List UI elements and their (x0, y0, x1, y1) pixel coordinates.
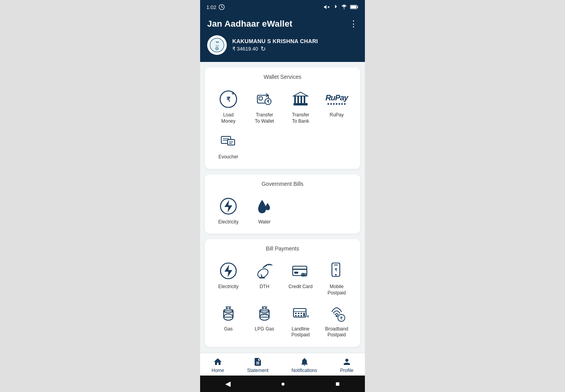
bp-broadband-item[interactable]: ₹ BroadbandPostpaid (319, 299, 355, 341)
bp-gas-icon (219, 304, 238, 323)
svg-rect-17 (259, 97, 262, 100)
svg-text:जन: जन (215, 41, 219, 44)
svg-point-48 (335, 274, 337, 276)
svg-rect-25 (293, 103, 308, 104)
svg-text:₹: ₹ (267, 100, 270, 104)
svg-rect-65 (295, 313, 297, 314)
app-header: Jan Aadhaar eWallet ⋮ (200, 14, 365, 35)
load-money-label: LoadMoney (221, 112, 235, 124)
evoucher-icon-box (218, 131, 239, 152)
notifications-icon (300, 357, 309, 367)
status-bar: 1:02 (200, 0, 365, 14)
bp-mobile-item[interactable]: ₹ MobilePostpaid (319, 257, 355, 299)
battery-icon (350, 4, 359, 10)
bp-dth-item[interactable]: DTH (246, 257, 282, 299)
gov-electricity-label: Electricity (218, 219, 238, 225)
bp-mobile-label: MobilePostpaid (328, 284, 346, 296)
wifi-icon (341, 4, 348, 10)
refresh-icon[interactable]: ↻ (261, 45, 266, 53)
svg-rect-67 (301, 313, 302, 314)
android-nav: ◀ ● ■ (200, 376, 365, 392)
status-time: 1:02 (206, 4, 216, 10)
svg-marker-36 (224, 265, 232, 277)
svg-rect-22 (297, 96, 299, 103)
avatar-logo: जन आधार (210, 38, 224, 53)
android-recents-icon[interactable]: ■ (335, 380, 340, 388)
home-icon (213, 357, 222, 367)
nav-statement[interactable]: Statement (247, 357, 269, 373)
bp-gas-icon-box (218, 303, 239, 324)
svg-text:₹: ₹ (307, 315, 309, 319)
transfer-bank-icon-box (290, 89, 311, 110)
bp-gas-item[interactable]: Gas (210, 299, 246, 341)
transfer-wallet-icon-box: ₹ (254, 89, 275, 110)
svg-rect-69 (298, 315, 299, 316)
gov-water-icon-box (254, 196, 275, 217)
bp-dth-icon (255, 261, 274, 280)
statement-icon (253, 357, 262, 367)
bp-lpggas-icon: LPG (255, 304, 274, 323)
bp-landline-icon-box: ₹ (290, 303, 311, 324)
bp-electricity-label: Electricity (218, 284, 238, 290)
transfer-wallet-icon: ₹ (255, 90, 274, 109)
rupay-label: RuPay (330, 112, 344, 118)
svg-rect-43 (294, 272, 298, 274)
bp-mobile-icon: ₹ (327, 261, 346, 280)
rupay-item[interactable]: RuPay ◆◆◆◆◆◆◆ RuPay (319, 85, 355, 127)
wallet-services-title: Wallet Services (210, 74, 355, 80)
nav-profile[interactable]: Profile (340, 357, 354, 373)
transfer-bank-item[interactable]: TransferTo Bank (282, 85, 319, 127)
mute-icon (323, 4, 330, 10)
transfer-wallet-item[interactable]: ₹ TransferTo Wallet (246, 85, 282, 127)
android-home-icon[interactable]: ● (281, 380, 285, 388)
gov-electricity-icon (219, 197, 238, 216)
bp-lpggas-label: LPG Gas (255, 326, 274, 332)
load-money-icon: ₹ + (219, 90, 238, 109)
svg-text:₹: ₹ (335, 268, 337, 272)
load-money-item[interactable]: ₹ + LoadMoney (210, 85, 246, 127)
menu-icon[interactable]: ⋮ (349, 19, 358, 29)
evoucher-item[interactable]: Evoucher (210, 127, 246, 163)
bp-landline-label: LandlinePostpaid (292, 326, 310, 338)
clock-icon (219, 4, 225, 10)
svg-text:₹: ₹ (226, 96, 231, 103)
bp-electricity-icon (219, 261, 238, 280)
phone-container: 1:02 Jan Aadhaar eWallet ⋮ जन आधार (200, 0, 365, 392)
bp-creditcard-icon (291, 261, 310, 280)
gov-water-item[interactable]: Water (246, 192, 282, 229)
rupay-text-icon: RuPay (325, 93, 348, 102)
svg-point-73 (336, 315, 338, 317)
svg-marker-20 (293, 92, 308, 96)
bp-electricity-item[interactable]: Electricity (210, 257, 246, 299)
svg-text:आधार: आधार (215, 45, 219, 47)
gov-electricity-icon-box (218, 196, 239, 217)
bp-landline-icon: ₹ (291, 304, 310, 323)
load-money-icon-box: ₹ + (218, 89, 239, 110)
government-bills-title: Government Bills (210, 181, 355, 187)
svg-rect-66 (298, 313, 299, 314)
user-card: जन आधार KAKUMANU S KRISHNA CHARI ₹ 34619… (200, 35, 365, 62)
android-back-icon[interactable]: ◀ (225, 379, 231, 388)
svg-rect-68 (295, 315, 297, 316)
user-info: KAKUMANU S KRISHNA CHARI ₹ 34619.40 ↻ (232, 38, 318, 53)
bp-broadband-icon: ₹ (327, 304, 346, 323)
user-name: KAKUMANU S KRISHNA CHARI (232, 38, 318, 44)
bp-lpggas-item[interactable]: LPG LPG Gas (246, 299, 282, 341)
user-balance: ₹ 34619.40 ↻ (232, 45, 318, 53)
bp-landline-item[interactable]: ₹ LandlinePostpaid (282, 299, 319, 341)
bill-payments-card: Bill Payments Electricity (205, 239, 360, 347)
bp-mobile-icon-box: ₹ (326, 260, 347, 281)
bp-creditcard-item[interactable]: Credit Card (282, 257, 319, 299)
svg-text:+: + (231, 90, 235, 96)
bp-electricity-icon-box (218, 260, 239, 281)
gov-water-icon (255, 197, 274, 216)
bp-creditcard-icon-box (290, 260, 311, 281)
bluetooth-icon (332, 4, 338, 10)
government-bills-card: Government Bills Electricity (205, 174, 360, 234)
svg-marker-34 (224, 200, 232, 212)
nav-home[interactable]: Home (211, 357, 224, 373)
nav-home-label: Home (211, 368, 224, 373)
nav-notifications[interactable]: Notifications (292, 357, 317, 373)
gov-electricity-item[interactable]: Electricity (210, 192, 246, 229)
svg-text:LPG: LPG (262, 313, 268, 316)
